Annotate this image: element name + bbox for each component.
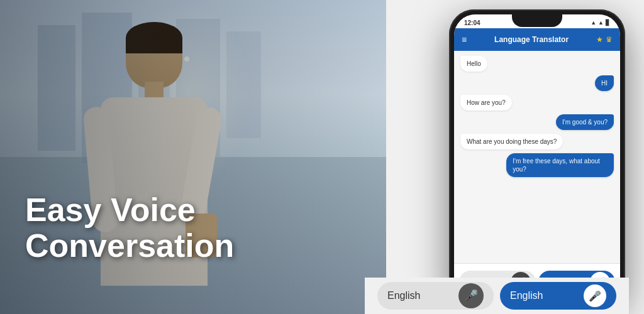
- wifi-icon: ▲: [598, 19, 604, 26]
- headline-line2: Conversation: [25, 228, 234, 264]
- chat-area: Hello HI How are you? I'm good & you? Wh…: [454, 51, 620, 263]
- chat-bubble-6: I'm free these days, what about you?: [506, 153, 614, 177]
- ui-lang-left-label: English: [387, 290, 420, 301]
- app-header: ≡ Language Translator ★ ♛: [454, 28, 620, 51]
- background-photo: [0, 0, 390, 314]
- ui-mic-white-icon: 🎤: [589, 290, 601, 302]
- signal-icon: ▲: [591, 19, 596, 26]
- phone-mockup: 12:04 ▲ ▲ ▊ ≡ Language Translator ★ ♛ He…: [449, 9, 625, 305]
- ui-lang-right-btn[interactable]: English 🎤: [500, 282, 616, 310]
- chat-bubble-5: What are you doing these days?: [460, 134, 563, 149]
- chat-bubble-1: Hello: [460, 56, 487, 72]
- ui-lang-right-label: English: [510, 290, 543, 301]
- phone-screen: 12:04 ▲ ▲ ▊ ≡ Language Translator ★ ♛ He…: [454, 14, 620, 300]
- chat-bubble-2: HI: [595, 75, 614, 91]
- ui-lang-left-btn[interactable]: English 🎤: [377, 282, 494, 310]
- star-icon[interactable]: ★: [596, 35, 603, 44]
- ui-mic-gray-icon: 🎤: [464, 289, 478, 303]
- chat-bubble-3: How are you?: [460, 95, 512, 111]
- status-icons: ▲ ▲ ▊: [591, 19, 610, 26]
- headline-text: Easy Voice Conversation: [25, 192, 234, 264]
- chat-bubble-4: I'm good & you?: [556, 114, 614, 130]
- battery-icon: ▊: [606, 19, 610, 26]
- ui-mic-white-btn[interactable]: 🎤: [584, 284, 606, 307]
- app-title: Language Translator: [467, 35, 596, 44]
- header-icons: ★ ♛: [596, 35, 613, 44]
- crown-icon[interactable]: ♛: [606, 35, 613, 44]
- ui-mic-gray-btn[interactable]: 🎤: [458, 283, 484, 308]
- status-time: 12:04: [464, 19, 480, 26]
- phone-notch: [512, 14, 562, 27]
- headline-line1: Easy Voice: [25, 192, 234, 228]
- dark-overlay: [0, 0, 390, 314]
- ui-bottom-bar: English 🎤 English 🎤: [365, 278, 629, 314]
- menu-icon[interactable]: ≡: [462, 35, 467, 45]
